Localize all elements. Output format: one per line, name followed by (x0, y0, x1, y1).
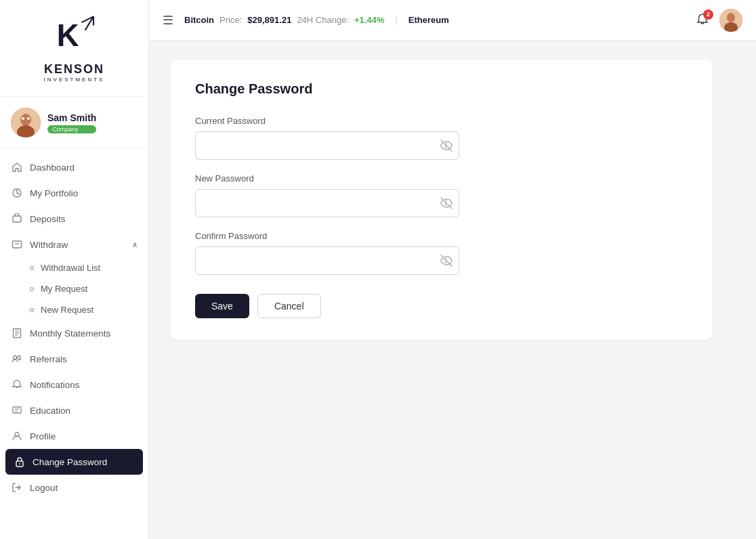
svg-point-8 (27, 117, 30, 120)
change-label: 24H Change: (297, 15, 349, 25)
sub-dot-icon (30, 308, 34, 312)
sidebar: K KENSON INVESTMENTS Sam Smith (0, 0, 149, 539)
statements-icon (11, 327, 23, 339)
svg-point-24 (19, 463, 20, 465)
sidebar-label-logout: Logout (30, 483, 58, 493)
sidebar-label-change-password: Change Password (33, 457, 107, 467)
page-title: Change Password (195, 81, 688, 97)
crypto-ticker: Bitcoin Price: $29,891.21 24H Change: +1… (184, 15, 449, 25)
change-password-card: Change Password Current Password New Pas (171, 60, 713, 340)
svg-rect-11 (13, 241, 22, 248)
profile-icon (11, 430, 23, 442)
bell-icon (11, 379, 23, 391)
logo-container: K KENSON INVESTMENTS (0, 0, 148, 97)
confirm-password-input[interactable] (195, 246, 459, 275)
sidebar-label-monthly-statements: Monthly Statements (30, 328, 110, 339)
user-profile: Sam Smith Company (0, 97, 148, 149)
ethereum-name: Ethereum (408, 15, 449, 25)
page-content: Change Password Current Password New Pas (149, 41, 756, 539)
bitcoin-name: Bitcoin (184, 15, 214, 25)
lock-icon (14, 456, 26, 468)
divider: | (395, 15, 397, 25)
bitcoin-change: +1.44% (354, 15, 384, 25)
confirm-password-label: Confirm Password (195, 231, 688, 241)
svg-text:K: K (56, 18, 79, 53)
user-name: Sam Smith (47, 112, 96, 123)
education-icon (11, 404, 23, 416)
bitcoin-price: $29,891.21 (247, 15, 291, 25)
sidebar-item-withdrawal-list[interactable]: Withdrawal List (0, 257, 148, 278)
sidebar-item-deposits[interactable]: Deposits (0, 206, 148, 232)
current-password-label: Current Password (195, 116, 688, 126)
chevron-up-icon: ∧ (132, 240, 138, 249)
sub-dot-icon (30, 287, 34, 291)
new-password-label: New Password (195, 173, 688, 184)
notification-count: 2 (703, 9, 713, 20)
svg-point-5 (20, 114, 31, 126)
cancel-button[interactable]: Cancel (257, 294, 321, 318)
sidebar-item-dashboard[interactable]: Dashboard (0, 154, 148, 180)
nav-menu: Dashboard My Portfolio Deposits (0, 149, 148, 539)
brand-sub: INVESTMENTS (44, 77, 105, 83)
svg-rect-19 (13, 407, 21, 413)
toggle-confirm-password-icon[interactable] (440, 255, 453, 267)
sidebar-label-deposits: Deposits (30, 214, 66, 224)
notification-button[interactable]: 2 (695, 13, 710, 28)
sidebar-label-dashboard: Dashboard (30, 163, 75, 173)
toggle-new-password-icon[interactable] (440, 197, 453, 209)
sidebar-label-new-request: New Request (41, 305, 93, 315)
sidebar-item-portfolio[interactable]: My Portfolio (0, 180, 148, 206)
sidebar-item-referrals[interactable]: Referrals (0, 346, 148, 372)
sidebar-label-withdraw: Withdraw (30, 240, 68, 250)
price-label: Price: (219, 15, 242, 25)
svg-rect-10 (13, 216, 21, 222)
deposits-icon (11, 213, 23, 225)
main-content: ☰ Bitcoin Price: $29,891.21 24H Change: … (149, 0, 756, 539)
svg-point-7 (22, 117, 24, 120)
toggle-current-password-icon[interactable] (440, 139, 453, 152)
withdraw-icon (11, 238, 23, 251)
save-button[interactable]: Save (195, 294, 249, 318)
menu-toggle-button[interactable]: ☰ (163, 13, 173, 28)
new-password-group: New Password (195, 173, 688, 217)
sidebar-item-withdraw[interactable]: Withdraw ∧ (0, 232, 148, 257)
sidebar-label-my-request: My Request (41, 284, 87, 294)
sidebar-item-my-request[interactable]: My Request (0, 278, 148, 299)
referrals-icon (11, 353, 23, 365)
current-password-group: Current Password (195, 116, 688, 160)
sidebar-label-portfolio: My Portfolio (30, 188, 78, 198)
current-password-input[interactable] (195, 131, 459, 160)
portfolio-icon (11, 187, 23, 199)
sidebar-item-logout[interactable]: Logout (0, 475, 148, 500)
svg-point-18 (18, 356, 21, 360)
new-password-input[interactable] (195, 189, 459, 217)
sidebar-item-monthly-statements[interactable]: Monthly Statements (0, 320, 148, 346)
topbar-avatar[interactable] (719, 9, 742, 32)
sidebar-label-education: Education (30, 406, 70, 416)
form-actions: Save Cancel (195, 294, 688, 318)
sidebar-item-change-password[interactable]: Change Password (5, 449, 143, 475)
sidebar-item-notifications[interactable]: Notifications (0, 372, 148, 397)
sub-dot-icon (30, 266, 34, 270)
svg-point-26 (727, 13, 735, 22)
sidebar-item-new-request[interactable]: New Request (0, 299, 148, 320)
sidebar-label-notifications: Notifications (30, 380, 80, 390)
topbar: ☰ Bitcoin Price: $29,891.21 24H Change: … (149, 0, 756, 41)
avatar (11, 108, 41, 137)
sidebar-label-withdrawal-list: Withdrawal List (41, 263, 100, 273)
logout-icon (11, 481, 23, 494)
brand-logo: K (51, 14, 98, 61)
svg-point-17 (14, 356, 17, 360)
sidebar-label-referrals: Referrals (30, 354, 67, 364)
sidebar-label-profile: Profile (30, 431, 56, 441)
confirm-password-group: Confirm Password (195, 231, 688, 275)
user-role-badge: Company (47, 125, 96, 133)
sidebar-item-education[interactable]: Education (0, 397, 148, 423)
home-icon (11, 161, 23, 173)
sidebar-item-profile[interactable]: Profile (0, 423, 148, 449)
brand-name: KENSON (44, 62, 104, 77)
